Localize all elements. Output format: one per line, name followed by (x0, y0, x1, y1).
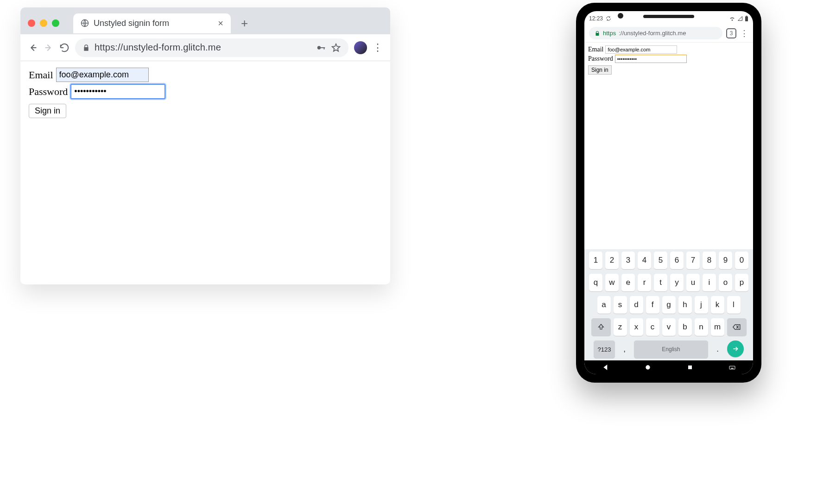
backspace-icon (733, 324, 741, 330)
key-2[interactable]: 2 (605, 252, 619, 269)
password-field[interactable] (615, 55, 687, 63)
close-window-button[interactable] (28, 19, 35, 27)
window-controls (28, 19, 59, 27)
keyboard-row-3: z x c v b n m (584, 316, 753, 338)
url-rest: ://unstyled-form.glitch.me (619, 30, 686, 37)
phone-earpiece (643, 15, 694, 18)
nav-recents-icon[interactable] (686, 364, 694, 371)
phone-screen: 12:23 https://unstyled-form.glitch.me 3 … (584, 11, 753, 374)
key-j[interactable]: j (695, 296, 708, 314)
star-icon[interactable] (331, 43, 341, 53)
key-w[interactable]: w (605, 274, 619, 291)
shift-key[interactable] (591, 318, 611, 336)
key-9[interactable]: 9 (719, 252, 732, 269)
key-f[interactable]: f (646, 296, 659, 314)
key-icon[interactable] (316, 43, 326, 53)
signal-icon (737, 16, 743, 21)
key-v[interactable]: v (662, 318, 676, 336)
key-z[interactable]: z (614, 318, 627, 336)
svg-point-1 (317, 46, 321, 49)
key-h[interactable]: h (678, 296, 692, 314)
mobile-page-viewport: Email Password Sign in (584, 43, 753, 249)
browser-toolbar: https://unstyled-form.glitch.me ⋮ (20, 34, 390, 61)
svg-rect-8 (729, 366, 735, 369)
key-u[interactable]: u (686, 274, 700, 291)
key-n[interactable]: n (695, 318, 708, 336)
sync-icon (606, 16, 611, 21)
email-label: Email (588, 46, 603, 53)
address-bar[interactable]: https://unstyled-form.glitch.me (75, 38, 348, 57)
back-button[interactable] (28, 43, 38, 53)
desktop-browser-window: Unstyled signin form × + https://unstyle… (20, 7, 390, 284)
nav-keyboard-switch-icon[interactable] (728, 364, 736, 371)
key-y[interactable]: y (670, 274, 684, 291)
key-g[interactable]: g (662, 296, 676, 314)
key-b[interactable]: b (678, 318, 692, 336)
key-i[interactable]: i (703, 274, 716, 291)
key-q[interactable]: q (589, 274, 602, 291)
spacebar[interactable]: English (634, 340, 708, 358)
url-scheme: https (603, 30, 616, 37)
profile-avatar[interactable] (354, 41, 367, 54)
wifi-icon (729, 16, 735, 21)
page-viewport: Email Password Sign in (20, 61, 390, 125)
password-label: Password (29, 86, 68, 98)
email-label: Email (29, 69, 53, 81)
key-period[interactable]: . (711, 340, 724, 358)
forward-button[interactable] (44, 43, 54, 53)
key-r[interactable]: r (638, 274, 651, 291)
signin-button[interactable]: Sign in (29, 104, 66, 118)
minimize-window-button[interactable] (40, 19, 47, 27)
key-x[interactable]: x (630, 318, 643, 336)
battery-icon (745, 16, 748, 21)
close-tab-button[interactable]: × (218, 18, 223, 29)
key-t[interactable]: t (654, 274, 667, 291)
reload-button[interactable] (59, 43, 70, 53)
key-0[interactable]: 0 (735, 252, 748, 269)
keyboard-number-row: 1 2 3 4 5 6 7 8 9 0 (584, 249, 753, 271)
url-text: https://unstyled-form.glitch.me (95, 42, 221, 53)
key-6[interactable]: 6 (670, 252, 684, 269)
key-d[interactable]: d (630, 296, 643, 314)
key-c[interactable]: c (646, 318, 659, 336)
backspace-key[interactable] (727, 318, 747, 336)
key-8[interactable]: 8 (703, 252, 716, 269)
key-4[interactable]: 4 (638, 252, 651, 269)
key-k[interactable]: k (711, 296, 724, 314)
tab-switcher-button[interactable]: 3 (726, 28, 736, 38)
lock-icon (82, 44, 90, 51)
key-o[interactable]: o (719, 274, 732, 291)
soft-keyboard: 1 2 3 4 5 6 7 8 9 0 q w e r t y u i o (584, 249, 753, 360)
email-field[interactable] (56, 68, 149, 82)
nav-home-icon[interactable] (644, 364, 652, 371)
mobile-address-bar[interactable]: https://unstyled-form.glitch.me (589, 27, 722, 39)
globe-icon (81, 19, 89, 27)
enter-key[interactable] (727, 340, 744, 357)
signin-button[interactable]: Sign in (588, 65, 612, 75)
symbols-key[interactable]: ?123 (594, 340, 615, 358)
phone-frame: 12:23 https://unstyled-form.glitch.me 3 … (576, 3, 761, 383)
key-l[interactable]: l (727, 296, 741, 314)
mobile-menu-button[interactable]: ⋮ (740, 28, 748, 38)
new-tab-button[interactable]: + (235, 16, 253, 31)
key-7[interactable]: 7 (686, 252, 700, 269)
password-field[interactable] (70, 84, 165, 99)
key-5[interactable]: 5 (654, 252, 667, 269)
browser-menu-button[interactable]: ⋮ (373, 42, 383, 54)
maximize-window-button[interactable] (52, 19, 59, 27)
keyboard-row-1: q w e r t y u i o p (584, 271, 753, 294)
key-m[interactable]: m (711, 318, 724, 336)
browser-tab[interactable]: Unstyled signin form × (73, 13, 231, 33)
key-a[interactable]: a (597, 296, 611, 314)
key-1[interactable]: 1 (589, 252, 602, 269)
lock-icon (595, 31, 600, 36)
key-comma[interactable]: , (618, 340, 631, 358)
nav-back-icon[interactable] (602, 364, 609, 371)
key-s[interactable]: s (614, 296, 627, 314)
svg-rect-4 (745, 17, 748, 22)
key-p[interactable]: p (735, 274, 748, 291)
key-e[interactable]: e (621, 274, 635, 291)
keyboard-row-bottom: ?123 , English . (584, 338, 753, 360)
key-3[interactable]: 3 (621, 252, 635, 269)
email-field[interactable] (605, 45, 677, 54)
